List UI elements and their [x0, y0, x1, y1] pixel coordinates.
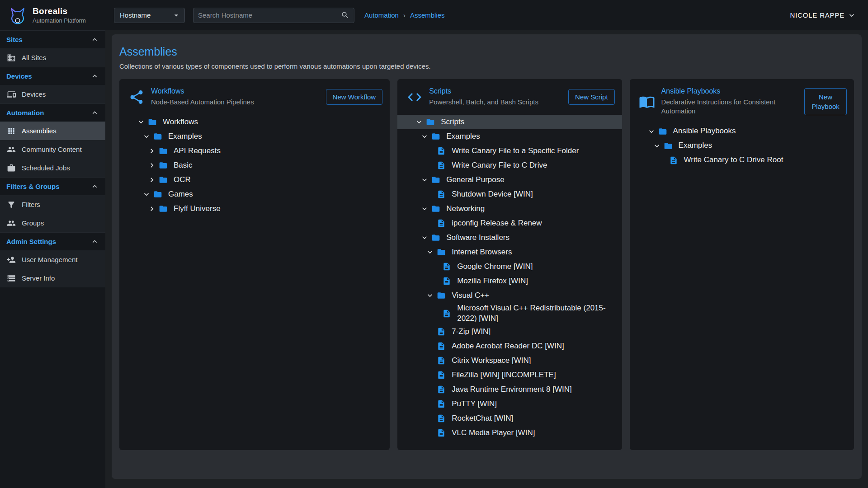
- tree-folder-basic[interactable]: Basic: [119, 158, 390, 173]
- brand-subtitle: Automation Platform: [33, 17, 86, 24]
- tree-folder-networking[interactable]: Networking: [397, 202, 622, 216]
- tree-file-ipconfig-release-renew[interactable]: ipconfig Release & Renew: [397, 216, 622, 230]
- tree-label: Google Chrome [WIN]: [457, 262, 538, 272]
- sidebar-section-label: Admin Settings: [6, 238, 56, 245]
- tree-file-filezilla-win-incomplete[interactable]: FileZilla [WIN] [INCOMPLETE]: [397, 368, 622, 382]
- folder-icon: [153, 190, 162, 199]
- sidebar-section-filters-groups[interactable]: Filters & Groups: [0, 177, 105, 195]
- chevron-down-icon[interactable]: [418, 233, 431, 242]
- chevron-down-icon[interactable]: [645, 127, 658, 136]
- page-title: Assemblies: [119, 45, 854, 58]
- tree-file-7-zip-win[interactable]: 7-Zip [WIN]: [397, 324, 622, 339]
- sidebar-section-items: All Sites: [0, 48, 105, 67]
- chevron-down-icon[interactable]: [423, 291, 437, 300]
- tree-file-google-chrome-win[interactable]: Google Chrome [WIN]: [397, 259, 622, 274]
- chevron-up-icon: [90, 108, 99, 117]
- folder-icon: [437, 291, 446, 300]
- tree-label: Shutdown Device [WIN]: [452, 189, 538, 200]
- chevron-right-icon[interactable]: [145, 161, 159, 170]
- tree-file-write-canary-file-to-a-specific-folder[interactable]: Write Canary File to a Specific Folder: [397, 144, 622, 158]
- sidebar: Sites All Sites Devices Devices Automati…: [0, 30, 105, 488]
- chevron-down-icon[interactable]: [412, 117, 426, 127]
- sidebar-item-scheduled-jobs[interactable]: Scheduled Jobs: [0, 159, 105, 177]
- chevron-down-icon[interactable]: [140, 132, 153, 141]
- sidebar-item-assemblies[interactable]: Assemblies: [0, 122, 105, 140]
- user-management-icon: [7, 255, 16, 264]
- new-script-button[interactable]: New Script: [568, 89, 615, 105]
- tree-file-vlc-media-player-win[interactable]: VLC Media Player [WIN]: [397, 426, 622, 440]
- chevron-right-icon[interactable]: [145, 204, 159, 213]
- tree-folder-api-requests[interactable]: API Requests: [119, 144, 390, 158]
- tree-folder-examples[interactable]: Examples: [119, 129, 390, 144]
- groups-icon: [7, 219, 16, 228]
- filters-icon: [7, 200, 16, 209]
- tree-label: Mozilla Firefox [WIN]: [457, 276, 533, 286]
- sidebar-section-devices[interactable]: Devices: [0, 67, 105, 85]
- tree-folder-games[interactable]: Games: [119, 187, 390, 202]
- tree-file-rocketchat-win[interactable]: RocketChat [WIN]: [397, 411, 622, 426]
- tree-file-putty-win[interactable]: PuTTY [WIN]: [397, 397, 622, 411]
- sidebar-item-community-content[interactable]: Community Content: [0, 140, 105, 159]
- chevron-down-icon[interactable]: [650, 141, 664, 150]
- cards: Workflows Node-Based Automation Pipeline…: [119, 79, 854, 450]
- new-workflow-button[interactable]: New Workflow: [326, 89, 383, 105]
- tree-file-write-canary-file-to-c-drive[interactable]: Write Canary File to C Drive: [397, 158, 622, 173]
- sidebar-item-label: Server Info: [22, 274, 55, 282]
- tree-folder-scripts[interactable]: Scripts: [397, 115, 622, 129]
- sidebar-item-server-info[interactable]: Server Info: [0, 269, 105, 287]
- sidebar-section-label: Devices: [6, 72, 32, 80]
- tree-folder-internet-browsers[interactable]: Internet Browsers: [397, 245, 622, 259]
- sidebar-section-admin-settings[interactable]: Admin Settings: [0, 232, 105, 250]
- search-hostname-input[interactable]: [198, 11, 341, 19]
- tree-label: Examples: [168, 131, 208, 142]
- sidebar-section-sites[interactable]: Sites: [0, 30, 105, 48]
- sidebar-section-label: Sites: [6, 36, 23, 43]
- tree-folder-software-installers[interactable]: Software Installers: [397, 230, 622, 245]
- tree-file-citrix-workspace-win[interactable]: Citrix Workspace [WIN]: [397, 353, 622, 368]
- tree-file-write-canary-to-c-drive-root[interactable]: Write Canary to C Drive Root: [630, 153, 854, 168]
- sidebar-item-user-management[interactable]: User Management: [0, 250, 105, 269]
- sidebar-item-devices[interactable]: Devices: [0, 85, 105, 103]
- breadcrumb-automation[interactable]: Automation: [364, 11, 399, 19]
- user-menu[interactable]: NICOLE RAPPE: [790, 11, 856, 20]
- new-playbook-button[interactable]: New Playbook: [804, 88, 847, 115]
- tree-folder-examples[interactable]: Examples: [397, 129, 622, 144]
- sidebar-item-label: Filters: [22, 201, 40, 208]
- tree-label: ipconfig Release & Renew: [452, 218, 547, 229]
- chevron-down-icon[interactable]: [134, 117, 148, 127]
- tree-folder-visual-c[interactable]: Visual C++: [397, 288, 622, 303]
- tree-file-java-runtime-environment-8-win[interactable]: Java Runtime Environment 8 [WIN]: [397, 382, 622, 397]
- tree-folder-workflows[interactable]: Workflows: [119, 115, 390, 129]
- chevron-down-icon[interactable]: [418, 175, 431, 184]
- chevron-right-icon[interactable]: [145, 175, 159, 184]
- tree-label: Workflows: [163, 117, 203, 127]
- hostname-select[interactable]: Hostname: [114, 8, 185, 23]
- card-titles: Ansible Playbooks Declarative Instructio…: [661, 87, 798, 116]
- tree-folder-ocr[interactable]: OCR: [119, 173, 390, 187]
- tree-folder-examples[interactable]: Examples: [630, 139, 854, 153]
- chevron-down-icon[interactable]: [418, 132, 431, 141]
- sidebar-item-filters[interactable]: Filters: [0, 195, 105, 214]
- tree-label: Write Canary File to C Drive: [452, 160, 552, 171]
- chevron-down-icon[interactable]: [423, 248, 437, 257]
- chevron-right-icon[interactable]: [145, 146, 159, 155]
- sidebar-section-items: Filters Groups: [0, 195, 105, 232]
- tree-folder-general-purpose[interactable]: General Purpose: [397, 173, 622, 187]
- tree-file-microsoft-visual-c-redistributable-2015-2022-win[interactable]: Microsoft Visual C++ Redistributable (20…: [397, 303, 622, 324]
- tree-file-adobe-acrobat-reader-dc-win[interactable]: Adobe Acrobat Reader DC [WIN]: [397, 339, 622, 353]
- chevron-down-icon[interactable]: [140, 190, 153, 199]
- card-workflows: Workflows Node-Based Automation Pipeline…: [119, 79, 390, 450]
- breadcrumb-assemblies[interactable]: Assemblies: [410, 11, 445, 19]
- tree-folder-ansible-playbooks[interactable]: Ansible Playbooks: [630, 124, 854, 139]
- chevron-down-icon[interactable]: [418, 204, 431, 213]
- sidebar-item-all-sites[interactable]: All Sites: [0, 48, 105, 67]
- tree-folder-flyff-universe[interactable]: Flyff Universe: [119, 202, 390, 216]
- sidebar-section-automation[interactable]: Automation: [0, 103, 105, 122]
- tree-file-mozilla-firefox-win[interactable]: Mozilla Firefox [WIN]: [397, 274, 622, 288]
- tree-file-shutdown-device-win[interactable]: Shutdown Device [WIN]: [397, 187, 622, 202]
- chevron-up-icon: [90, 72, 99, 80]
- folder-icon: [431, 233, 440, 242]
- sidebar-item-groups[interactable]: Groups: [0, 214, 105, 232]
- app: Borealis Automation Platform Hostname Au…: [0, 0, 868, 488]
- folder-icon: [426, 117, 435, 127]
